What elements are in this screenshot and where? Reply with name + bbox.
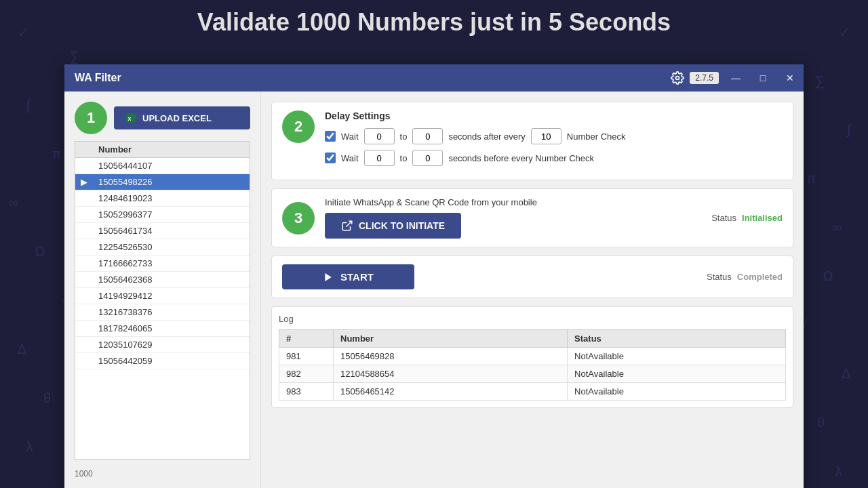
- delay-wait-2: Wait: [341, 153, 359, 163]
- number-table: Number 15056444107▶150554982261248461902…: [75, 142, 250, 369]
- table-row[interactable]: 14194929412: [93, 288, 250, 304]
- left-panel: 1 X UPLOAD EXCEL Number: [64, 92, 261, 488]
- maximize-button[interactable]: □: [749, 64, 776, 92]
- table-row-arrow: [75, 353, 93, 369]
- minimize-button[interactable]: —: [722, 64, 749, 92]
- app-title: WA Filter: [75, 72, 121, 84]
- table-row[interactable]: 13216738376: [93, 304, 250, 321]
- log-cell-number: 15056469828: [334, 348, 568, 365]
- table-row-arrow: [75, 158, 93, 174]
- start-button[interactable]: START: [282, 264, 414, 289]
- number-col-header: Number: [93, 142, 250, 158]
- arrow-col-header: [75, 142, 93, 158]
- initiate-button[interactable]: CLICK TO INITIATE: [325, 213, 461, 239]
- window-controls: 2.7.5 — □ ✕: [665, 64, 804, 92]
- delay-input-2b[interactable]: [412, 150, 443, 166]
- delay-checkbox-2[interactable]: [325, 152, 336, 163]
- log-cell-status: NotAvailable: [568, 365, 786, 383]
- main-window: WA Filter 2.7.5 — □ ✕ 1 X: [64, 64, 804, 488]
- step3-status-area: Status Initialised: [711, 213, 783, 223]
- step1-circle: 1: [75, 102, 107, 134]
- svg-line-3: [347, 221, 352, 226]
- svg-marker-4: [325, 273, 331, 281]
- table-row[interactable]: 15056442059: [93, 353, 250, 369]
- delay-input-2a[interactable]: [364, 150, 395, 166]
- initiate-card: 3 Initiate WhatsApp & Scane QR Code from…: [271, 188, 793, 247]
- delay-header: Delay Settings: [325, 110, 783, 121]
- delay-checkbox-1[interactable]: [325, 131, 336, 142]
- table-row-arrow: [75, 207, 93, 223]
- delay-to-2: to: [400, 153, 408, 163]
- table-row-arrow: [75, 256, 93, 272]
- table-row[interactable]: 12035107629: [93, 337, 250, 353]
- log-cell-id: 981: [279, 348, 334, 365]
- svg-text:X: X: [128, 116, 132, 122]
- log-section: Log # Number Status 98115056469828NotAva…: [271, 306, 793, 408]
- table-row[interactable]: 15052996377: [93, 207, 250, 223]
- log-row: 98315056465142NotAvailable: [279, 383, 786, 401]
- table-row-arrow: [75, 272, 93, 288]
- table-row-arrow: [75, 239, 93, 256]
- log-cell-id: 983: [279, 383, 334, 401]
- delay-input-1a[interactable]: [364, 128, 395, 144]
- headline: Validate 1000 Numbers just in 5 Seconds: [0, 0, 868, 37]
- log-table-body: 98115056469828NotAvailable98212104588654…: [279, 348, 786, 401]
- svg-point-0: [676, 77, 679, 80]
- count-label: 1000: [75, 466, 250, 481]
- step3-status-value: Initialised: [742, 213, 783, 223]
- log-cell-status: NotAvailable: [568, 383, 786, 401]
- delay-row-2: Wait to seconds before every Number Chec…: [325, 150, 783, 166]
- table-row-arrow: [75, 321, 93, 337]
- log-header: Log: [279, 314, 786, 324]
- table-row-arrow: ▶: [75, 174, 93, 190]
- table-row-arrow: [75, 337, 93, 353]
- delay-label-2: seconds before every Number Check: [448, 153, 594, 163]
- step4-status-area: Status Completed: [707, 272, 783, 282]
- log-cell-status: NotAvailable: [568, 348, 786, 365]
- number-table-container[interactable]: Number 15056444107▶150554982261248461902…: [75, 141, 250, 460]
- upload-excel-button[interactable]: X UPLOAD EXCEL: [114, 106, 250, 129]
- delay-to-1: to: [400, 131, 408, 142]
- table-row[interactable]: 15056444107: [93, 158, 250, 174]
- table-row[interactable]: 12484619023: [93, 190, 250, 207]
- table-row-arrow: [75, 288, 93, 304]
- table-row-arrow: [75, 304, 93, 321]
- table-row-arrow: [75, 223, 93, 239]
- settings-icon[interactable]: [665, 66, 690, 90]
- log-cell-number: 12104588654: [334, 365, 568, 383]
- delay-wait-1: Wait: [341, 131, 359, 142]
- table-row[interactable]: 18178246065: [93, 321, 250, 337]
- delay-interval-input[interactable]: [531, 128, 561, 144]
- delay-label-1: seconds after every: [448, 131, 525, 142]
- step2-circle: 2: [282, 110, 315, 143]
- log-row: 98212104588654NotAvailable: [279, 365, 786, 383]
- log-col-id: #: [279, 330, 334, 348]
- step3-circle: 3: [282, 202, 315, 235]
- play-icon: [323, 272, 334, 283]
- log-table: # Number Status 98115056469828NotAvailab…: [279, 329, 786, 401]
- external-link-icon: [341, 220, 353, 232]
- table-row[interactable]: 12254526530: [93, 239, 250, 256]
- step4-status-value: Completed: [737, 272, 783, 282]
- log-col-status: Status: [568, 330, 786, 348]
- table-row-arrow: [75, 190, 93, 207]
- version-badge: 2.7.5: [690, 72, 719, 84]
- step3-status-label: Status: [711, 213, 736, 223]
- start-card: START Status Completed: [271, 256, 793, 298]
- delay-row-1: Wait to seconds after every Number Check: [325, 128, 783, 144]
- main-content: 1 X UPLOAD EXCEL Number: [64, 92, 804, 488]
- delay-input-1b[interactable]: [412, 128, 443, 144]
- close-button[interactable]: ✕: [776, 64, 804, 92]
- right-panel: 2 Delay Settings Wait to seconds after e…: [261, 92, 804, 488]
- excel-icon: X: [125, 112, 137, 124]
- step4-status-label: Status: [707, 272, 732, 282]
- log-col-number: Number: [334, 330, 568, 348]
- table-row[interactable]: 15056461734: [93, 223, 250, 239]
- step3-description: Initiate WhatsApp & Scane QR Code from y…: [325, 197, 701, 207]
- number-table-body: 15056444107▶1505549822612484619023150529…: [75, 158, 250, 369]
- table-row[interactable]: 15055498226: [93, 174, 250, 190]
- title-bar: WA Filter 2.7.5 — □ ✕: [64, 64, 804, 92]
- step1-row: 1 X UPLOAD EXCEL: [75, 102, 250, 134]
- table-row[interactable]: 15056462368: [93, 272, 250, 288]
- table-row[interactable]: 17166662733: [93, 256, 250, 272]
